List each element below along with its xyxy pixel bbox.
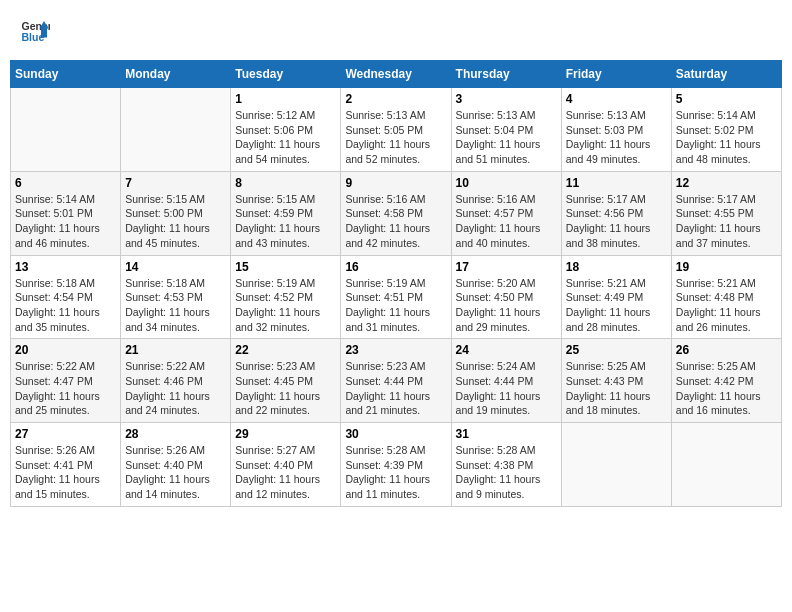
day-number: 23: [345, 343, 446, 357]
day-number: 11: [566, 176, 667, 190]
day-number: 4: [566, 92, 667, 106]
day-number: 9: [345, 176, 446, 190]
day-number: 2: [345, 92, 446, 106]
day-number: 21: [125, 343, 226, 357]
weekday-header-row: SundayMondayTuesdayWednesdayThursdayFrid…: [11, 61, 782, 88]
calendar-cell: 3Sunrise: 5:13 AM Sunset: 5:04 PM Daylig…: [451, 88, 561, 172]
calendar-cell: 10Sunrise: 5:16 AM Sunset: 4:57 PM Dayli…: [451, 171, 561, 255]
calendar-cell: 12Sunrise: 5:17 AM Sunset: 4:55 PM Dayli…: [671, 171, 781, 255]
calendar-week-row: 6Sunrise: 5:14 AM Sunset: 5:01 PM Daylig…: [11, 171, 782, 255]
calendar-cell: 28Sunrise: 5:26 AM Sunset: 4:40 PM Dayli…: [121, 423, 231, 507]
weekday-header-thursday: Thursday: [451, 61, 561, 88]
day-number: 12: [676, 176, 777, 190]
day-info: Sunrise: 5:14 AM Sunset: 5:01 PM Dayligh…: [15, 192, 116, 251]
calendar-cell: 26Sunrise: 5:25 AM Sunset: 4:42 PM Dayli…: [671, 339, 781, 423]
weekday-header-wednesday: Wednesday: [341, 61, 451, 88]
day-info: Sunrise: 5:26 AM Sunset: 4:40 PM Dayligh…: [125, 443, 226, 502]
day-info: Sunrise: 5:18 AM Sunset: 4:53 PM Dayligh…: [125, 276, 226, 335]
calendar-cell: [11, 88, 121, 172]
day-info: Sunrise: 5:27 AM Sunset: 4:40 PM Dayligh…: [235, 443, 336, 502]
calendar-cell: 25Sunrise: 5:25 AM Sunset: 4:43 PM Dayli…: [561, 339, 671, 423]
day-number: 17: [456, 260, 557, 274]
day-number: 20: [15, 343, 116, 357]
day-info: Sunrise: 5:17 AM Sunset: 4:55 PM Dayligh…: [676, 192, 777, 251]
day-number: 14: [125, 260, 226, 274]
calendar-cell: 22Sunrise: 5:23 AM Sunset: 4:45 PM Dayli…: [231, 339, 341, 423]
day-number: 7: [125, 176, 226, 190]
day-info: Sunrise: 5:19 AM Sunset: 4:52 PM Dayligh…: [235, 276, 336, 335]
day-number: 5: [676, 92, 777, 106]
calendar-cell: 11Sunrise: 5:17 AM Sunset: 4:56 PM Dayli…: [561, 171, 671, 255]
weekday-header-friday: Friday: [561, 61, 671, 88]
day-info: Sunrise: 5:15 AM Sunset: 4:59 PM Dayligh…: [235, 192, 336, 251]
calendar-cell: 4Sunrise: 5:13 AM Sunset: 5:03 PM Daylig…: [561, 88, 671, 172]
logo-icon: General Blue: [20, 15, 50, 45]
day-number: 27: [15, 427, 116, 441]
day-number: 10: [456, 176, 557, 190]
calendar-cell: 5Sunrise: 5:14 AM Sunset: 5:02 PM Daylig…: [671, 88, 781, 172]
day-number: 29: [235, 427, 336, 441]
day-number: 1: [235, 92, 336, 106]
day-info: Sunrise: 5:20 AM Sunset: 4:50 PM Dayligh…: [456, 276, 557, 335]
calendar-week-row: 20Sunrise: 5:22 AM Sunset: 4:47 PM Dayli…: [11, 339, 782, 423]
calendar-cell: 14Sunrise: 5:18 AM Sunset: 4:53 PM Dayli…: [121, 255, 231, 339]
calendar-cell: 8Sunrise: 5:15 AM Sunset: 4:59 PM Daylig…: [231, 171, 341, 255]
day-number: 18: [566, 260, 667, 274]
calendar-week-row: 27Sunrise: 5:26 AM Sunset: 4:41 PM Dayli…: [11, 423, 782, 507]
calendar-cell: 9Sunrise: 5:16 AM Sunset: 4:58 PM Daylig…: [341, 171, 451, 255]
page-header: General Blue: [10, 10, 782, 50]
calendar-cell: 18Sunrise: 5:21 AM Sunset: 4:49 PM Dayli…: [561, 255, 671, 339]
day-number: 13: [15, 260, 116, 274]
day-number: 28: [125, 427, 226, 441]
day-number: 15: [235, 260, 336, 274]
day-number: 3: [456, 92, 557, 106]
weekday-header-saturday: Saturday: [671, 61, 781, 88]
day-info: Sunrise: 5:16 AM Sunset: 4:57 PM Dayligh…: [456, 192, 557, 251]
day-info: Sunrise: 5:12 AM Sunset: 5:06 PM Dayligh…: [235, 108, 336, 167]
day-info: Sunrise: 5:13 AM Sunset: 5:05 PM Dayligh…: [345, 108, 446, 167]
day-info: Sunrise: 5:21 AM Sunset: 4:49 PM Dayligh…: [566, 276, 667, 335]
day-info: Sunrise: 5:23 AM Sunset: 4:45 PM Dayligh…: [235, 359, 336, 418]
day-info: Sunrise: 5:14 AM Sunset: 5:02 PM Dayligh…: [676, 108, 777, 167]
calendar-cell: 13Sunrise: 5:18 AM Sunset: 4:54 PM Dayli…: [11, 255, 121, 339]
calendar-cell: 21Sunrise: 5:22 AM Sunset: 4:46 PM Dayli…: [121, 339, 231, 423]
day-info: Sunrise: 5:25 AM Sunset: 4:43 PM Dayligh…: [566, 359, 667, 418]
day-number: 8: [235, 176, 336, 190]
day-number: 16: [345, 260, 446, 274]
calendar-cell: 17Sunrise: 5:20 AM Sunset: 4:50 PM Dayli…: [451, 255, 561, 339]
calendar-cell: [561, 423, 671, 507]
day-number: 6: [15, 176, 116, 190]
calendar-cell: 7Sunrise: 5:15 AM Sunset: 5:00 PM Daylig…: [121, 171, 231, 255]
day-info: Sunrise: 5:21 AM Sunset: 4:48 PM Dayligh…: [676, 276, 777, 335]
day-info: Sunrise: 5:19 AM Sunset: 4:51 PM Dayligh…: [345, 276, 446, 335]
calendar-cell: 19Sunrise: 5:21 AM Sunset: 4:48 PM Dayli…: [671, 255, 781, 339]
calendar-cell: 24Sunrise: 5:24 AM Sunset: 4:44 PM Dayli…: [451, 339, 561, 423]
weekday-header-sunday: Sunday: [11, 61, 121, 88]
calendar-cell: [121, 88, 231, 172]
calendar-week-row: 1Sunrise: 5:12 AM Sunset: 5:06 PM Daylig…: [11, 88, 782, 172]
calendar-cell: 31Sunrise: 5:28 AM Sunset: 4:38 PM Dayli…: [451, 423, 561, 507]
day-info: Sunrise: 5:22 AM Sunset: 4:47 PM Dayligh…: [15, 359, 116, 418]
day-number: 26: [676, 343, 777, 357]
calendar-cell: 30Sunrise: 5:28 AM Sunset: 4:39 PM Dayli…: [341, 423, 451, 507]
day-info: Sunrise: 5:25 AM Sunset: 4:42 PM Dayligh…: [676, 359, 777, 418]
day-info: Sunrise: 5:26 AM Sunset: 4:41 PM Dayligh…: [15, 443, 116, 502]
day-info: Sunrise: 5:13 AM Sunset: 5:03 PM Dayligh…: [566, 108, 667, 167]
day-info: Sunrise: 5:28 AM Sunset: 4:38 PM Dayligh…: [456, 443, 557, 502]
day-info: Sunrise: 5:24 AM Sunset: 4:44 PM Dayligh…: [456, 359, 557, 418]
weekday-header-tuesday: Tuesday: [231, 61, 341, 88]
logo: General Blue: [20, 15, 54, 45]
calendar-table: SundayMondayTuesdayWednesdayThursdayFrid…: [10, 60, 782, 507]
calendar-cell: 1Sunrise: 5:12 AM Sunset: 5:06 PM Daylig…: [231, 88, 341, 172]
svg-text:Blue: Blue: [22, 31, 45, 43]
day-info: Sunrise: 5:17 AM Sunset: 4:56 PM Dayligh…: [566, 192, 667, 251]
calendar-cell: 29Sunrise: 5:27 AM Sunset: 4:40 PM Dayli…: [231, 423, 341, 507]
day-info: Sunrise: 5:18 AM Sunset: 4:54 PM Dayligh…: [15, 276, 116, 335]
calendar-cell: 27Sunrise: 5:26 AM Sunset: 4:41 PM Dayli…: [11, 423, 121, 507]
day-number: 31: [456, 427, 557, 441]
day-number: 24: [456, 343, 557, 357]
calendar-cell: 16Sunrise: 5:19 AM Sunset: 4:51 PM Dayli…: [341, 255, 451, 339]
day-info: Sunrise: 5:13 AM Sunset: 5:04 PM Dayligh…: [456, 108, 557, 167]
calendar-cell: 15Sunrise: 5:19 AM Sunset: 4:52 PM Dayli…: [231, 255, 341, 339]
calendar-cell: [671, 423, 781, 507]
